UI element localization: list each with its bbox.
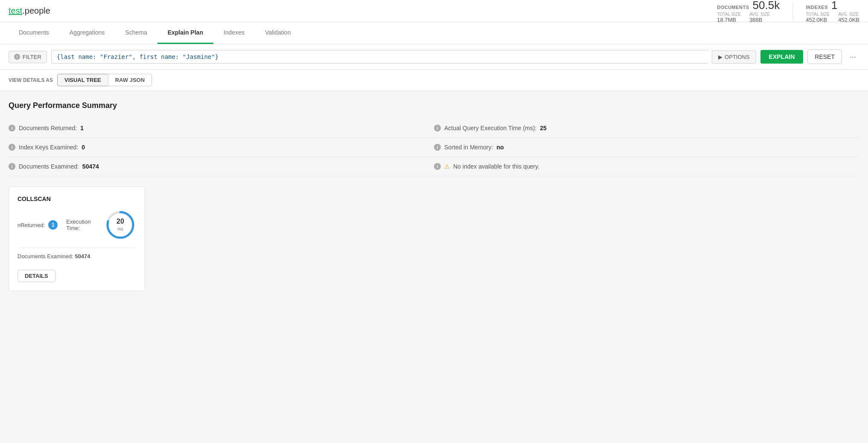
nreturned-badge: 1: [48, 220, 58, 230]
filter-button[interactable]: i FILTER: [9, 51, 47, 63]
perf-summary-title: Query Performance Summary: [9, 101, 859, 110]
tab-documents[interactable]: Documents: [9, 22, 59, 44]
indexes-avg-size-label: AVG. SIZE: [838, 12, 859, 17]
total-size-label: TOTAL SIZE: [717, 12, 741, 17]
index-keys-label: Index Keys Examined:: [19, 144, 78, 151]
indexes-stat: INDEXES 1 TOTAL SIZE 452.0KB AVG. SIZE 4…: [806, 0, 859, 23]
filter-input[interactable]: [51, 50, 708, 64]
indexes-value: 1: [831, 0, 837, 12]
reset-button[interactable]: RESET: [807, 50, 842, 64]
tab-validation[interactable]: Validation: [255, 22, 301, 44]
perf-summary: Query Performance Summary i Documents Re…: [9, 101, 859, 176]
indexes-avg-size-value: 452.0KB: [838, 17, 859, 23]
indexes-total-size-label: TOTAL SIZE: [806, 12, 830, 17]
circle-value: 20: [117, 218, 124, 225]
indexes-label: INDEXES: [806, 5, 828, 10]
exec-time-circle: 20 ms: [105, 209, 136, 241]
exec-time-label: Actual Query Execution Time (ms):: [444, 125, 536, 131]
perf-no-index-warning: i ⚠ No index available for this query.: [434, 157, 859, 176]
filter-label: FILTER: [23, 54, 41, 60]
header-stats: DOCUMENTS 50.5k TOTAL SIZE 18.7MB AVG. S…: [717, 0, 859, 23]
options-label: OPTIONS: [725, 54, 750, 60]
view-toggle-label: VIEW DETAILS AS: [9, 77, 53, 83]
header: test.people DOCUMENTS 50.5k TOTAL SIZE 1…: [0, 0, 868, 22]
docs-examined-value: 50474: [82, 163, 99, 170]
docs-examined-label: Documents Examined:: [19, 163, 79, 170]
info-icon-index-keys: i: [9, 144, 15, 151]
logo-rest: .people: [22, 6, 50, 15]
sorted-memory-value: no: [496, 144, 504, 151]
tab-schema[interactable]: Schema: [115, 22, 157, 44]
nreturned-label: nReturned:: [17, 222, 45, 228]
tab-explain-plan[interactable]: Explain Plan: [157, 22, 213, 44]
index-keys-value: 0: [82, 144, 85, 151]
view-toggle-bar: VIEW DETAILS AS VISUAL TREE RAW JSON: [0, 70, 868, 91]
documents-stat: DOCUMENTS 50.5k TOTAL SIZE 18.7MB AVG. S…: [717, 0, 780, 23]
avg-size-value: 388B: [749, 17, 770, 23]
documents-label: DOCUMENTS: [717, 5, 749, 10]
perf-docs-returned: i Documents Returned: 1: [9, 119, 434, 138]
info-icon-sorted: i: [434, 144, 441, 151]
filter-input-wrapper: [51, 50, 708, 64]
perf-sorted-memory: i Sorted in Memory: no: [434, 138, 859, 157]
collscan-title: COLLSCAN: [17, 195, 136, 202]
info-icon-docs-examined: i: [9, 163, 15, 170]
collscan-docs-examined: Documents Examined: 50474: [17, 248, 136, 265]
collscan-card: COLLSCAN nReturned: 1 Execution Time: 20…: [9, 187, 145, 291]
sorted-memory-label: Sorted in Memory:: [444, 144, 493, 151]
warning-triangle-icon: ⚠: [444, 163, 450, 170]
main-content: Query Performance Summary i Documents Re…: [0, 91, 868, 301]
collscan-docs-examined-value: 50474: [75, 253, 90, 259]
circle-unit: ms: [117, 227, 123, 231]
perf-docs-examined: i Documents Examined: 50474: [9, 157, 434, 176]
perf-right: i Actual Query Execution Time (ms): 25 i…: [434, 119, 859, 176]
exec-time-value: 25: [540, 125, 547, 131]
logo-test: test: [9, 6, 22, 15]
info-icon-warning: i: [434, 163, 441, 170]
perf-exec-time: i Actual Query Execution Time (ms): 25: [434, 119, 859, 138]
collscan-row: nReturned: 1 Execution Time: 20 ms: [17, 209, 136, 241]
docs-returned-value: 1: [80, 125, 84, 131]
details-button[interactable]: DETAILS: [17, 270, 55, 282]
docs-returned-label: Documents Returned:: [19, 125, 77, 131]
options-button[interactable]: ▶ OPTIONS: [712, 50, 756, 64]
nav-tabs: Documents Aggregations Schema Explain Pl…: [0, 22, 868, 44]
avg-size-label: AVG. SIZE: [749, 12, 770, 17]
perf-grid: i Documents Returned: 1 i Index Keys Exa…: [9, 119, 859, 176]
explain-button[interactable]: EXPLAIN: [760, 50, 804, 64]
filter-bar: i FILTER ▶ OPTIONS EXPLAIN RESET ···: [0, 44, 868, 70]
info-icon-exec-time: i: [434, 125, 441, 131]
nreturned: nReturned: 1: [17, 220, 58, 230]
no-index-warning-text: No index available for this query.: [453, 163, 539, 170]
perf-index-keys: i Index Keys Examined: 0: [9, 138, 434, 157]
exec-time-label-card: Execution Time:: [66, 219, 100, 231]
info-icon: i: [14, 54, 20, 60]
perf-left: i Documents Returned: 1 i Index Keys Exa…: [9, 119, 434, 176]
tab-indexes[interactable]: Indexes: [213, 22, 255, 44]
documents-value: 50.5k: [753, 0, 780, 12]
raw-json-button[interactable]: RAW JSON: [108, 74, 152, 86]
total-size-value: 18.7MB: [717, 17, 741, 23]
logo[interactable]: test.people: [9, 6, 50, 16]
collscan-docs-examined-label: Documents Examined:: [17, 253, 73, 259]
options-arrow: ▶: [718, 54, 722, 60]
visual-tree-button[interactable]: VISUAL TREE: [57, 74, 108, 86]
more-options-button[interactable]: ···: [846, 51, 859, 63]
tab-aggregations[interactable]: Aggregations: [59, 22, 115, 44]
indexes-total-size-value: 452.0KB: [806, 17, 830, 23]
info-icon-docs-returned: i: [9, 125, 15, 131]
stat-divider: [792, 3, 793, 20]
